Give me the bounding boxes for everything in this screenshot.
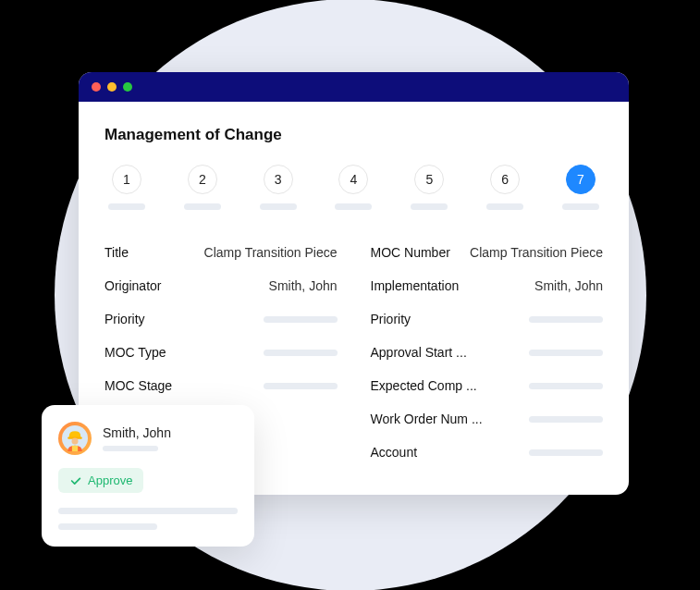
field-row: MOC Type: [104, 336, 338, 369]
svg-point-2: [72, 438, 79, 445]
step-circle[interactable]: 4: [338, 165, 368, 194]
user-card: Smith, John Approve: [42, 405, 254, 547]
field-label: MOC Stage: [104, 378, 172, 393]
step-bar: [411, 203, 448, 210]
page-title: Management of Change: [104, 126, 603, 144]
field-label: Expected Comp ...: [371, 378, 477, 393]
step-bar: [184, 203, 221, 210]
field-label: Approval Start ...: [371, 345, 467, 360]
step-circle[interactable]: 1: [112, 165, 141, 194]
field-label: MOC Number: [371, 245, 450, 260]
user-info: Smith, John: [103, 425, 238, 451]
minimize-icon[interactable]: [107, 82, 117, 92]
field-placeholder: [529, 316, 603, 323]
field-label: Account: [371, 445, 418, 460]
step-3[interactable]: 3: [260, 165, 297, 210]
field-placeholder: [529, 350, 603, 356]
user-subtitle-placeholder: [103, 446, 158, 451]
avatar: [58, 422, 92, 455]
svg-rect-3: [72, 446, 78, 451]
placeholder-line: [58, 523, 157, 530]
field-placeholder: [264, 316, 338, 323]
field-value: Clamp Transition Piece: [470, 245, 603, 260]
close-icon[interactable]: [92, 82, 101, 92]
field-label: Title: [104, 245, 129, 260]
step-circle[interactable]: 2: [188, 165, 217, 194]
step-bar: [335, 203, 372, 210]
field-placeholder: [529, 449, 603, 456]
field-value: Clamp Transition Piece: [204, 245, 338, 260]
field-row: MOC NumberClamp Transition Piece: [371, 236, 604, 269]
check-icon: [69, 474, 82, 487]
field-row: Work Order Num ...: [371, 402, 604, 436]
placeholder-line: [58, 508, 238, 514]
field-label: Originator: [104, 278, 161, 293]
field-row: OriginatorSmith, John: [104, 269, 338, 302]
user-name: Smith, John: [103, 425, 238, 440]
field-placeholder: [264, 350, 338, 356]
approve-label: Approve: [88, 473, 132, 487]
field-placeholder: [264, 383, 338, 389]
field-label: Implementation: [371, 278, 460, 293]
field-row: Account: [371, 436, 604, 469]
stepper: 1234567: [104, 165, 603, 210]
step-circle[interactable]: 5: [414, 165, 444, 194]
field-row: ImplementationSmith, John: [371, 269, 604, 302]
field-row: Priority: [371, 302, 604, 336]
step-circle[interactable]: 3: [264, 165, 293, 194]
field-row: Expected Comp ...: [371, 369, 604, 402]
step-bar: [486, 203, 523, 210]
step-bar: [562, 203, 599, 210]
step-1[interactable]: 1: [108, 165, 145, 210]
field-row: Approval Start ...: [371, 336, 604, 369]
step-circle[interactable]: 6: [490, 165, 520, 194]
step-circle[interactable]: 7: [566, 165, 596, 194]
field-placeholder: [529, 416, 603, 423]
user-header: Smith, John: [58, 422, 238, 455]
step-6[interactable]: 6: [486, 165, 523, 210]
field-label: Priority: [371, 312, 411, 326]
field-value: Smith, John: [269, 278, 338, 293]
field-row: MOC Stage: [104, 369, 338, 402]
step-7[interactable]: 7: [562, 165, 599, 210]
worker-icon: [62, 425, 88, 451]
field-label: Work Order Num ...: [371, 412, 483, 426]
field-placeholder: [529, 383, 603, 389]
step-4[interactable]: 4: [335, 165, 372, 210]
step-bar: [260, 203, 297, 210]
maximize-icon[interactable]: [123, 82, 132, 92]
field-label: Priority: [104, 312, 145, 326]
step-bar: [108, 203, 145, 210]
step-5[interactable]: 5: [411, 165, 448, 210]
window-titlebar: [79, 72, 629, 102]
step-2[interactable]: 2: [184, 165, 221, 210]
card-placeholder-lines: [58, 508, 238, 530]
field-value: Smith, John: [534, 278, 603, 293]
approve-badge[interactable]: Approve: [58, 468, 143, 493]
field-label: MOC Type: [104, 345, 166, 360]
field-row: Priority: [104, 302, 338, 336]
field-row: TitleClamp Transition Piece: [104, 236, 338, 269]
